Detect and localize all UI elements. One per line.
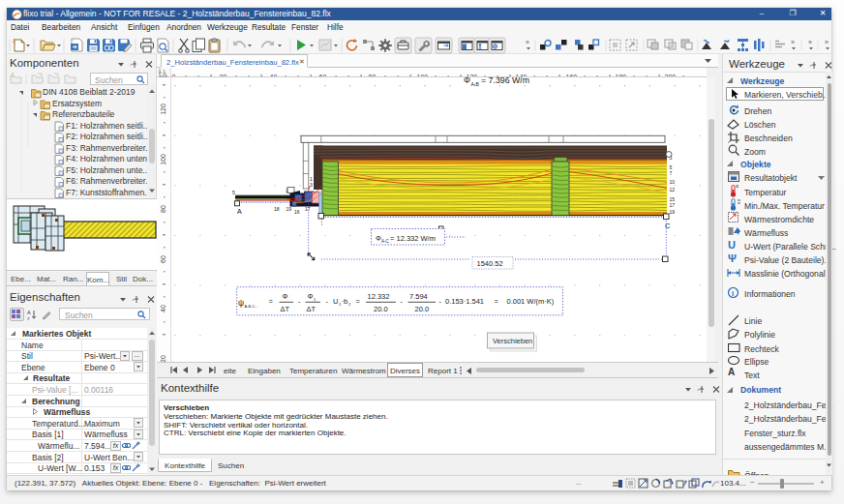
svg-text:Φ: Φ	[464, 77, 470, 85]
svg-text:U: U	[333, 297, 338, 306]
svg-text:1540.52: 1540.52	[477, 259, 503, 268]
svg-text:Φ: Φ	[308, 292, 314, 301]
svg-text:Φ: Φ	[283, 292, 288, 301]
svg-text:ΔT: ΔT	[307, 305, 316, 313]
svg-text:=: =	[495, 297, 499, 306]
svg-text:z: z	[27, 315, 30, 321]
svg-text:5: 5	[232, 190, 235, 195]
svg-text:20.0: 20.0	[374, 305, 388, 313]
svg-text:120: 120	[160, 104, 166, 115]
svg-text:=: =	[356, 297, 361, 306]
svg-text:20: 20	[160, 355, 166, 362]
svg-text:15: 15	[670, 196, 676, 202]
svg-text:=: =	[269, 297, 274, 306]
svg-text:100: 100	[160, 154, 166, 165]
svg-text:40: 40	[160, 305, 166, 312]
svg-text:»: »	[825, 39, 829, 45]
svg-text:ΔT: ΔT	[281, 305, 290, 313]
svg-text:19: 19	[286, 206, 292, 212]
svg-text:12: 12	[670, 187, 676, 193]
svg-text:A-C: A-C	[381, 239, 390, 244]
svg-text:16: 16	[294, 209, 300, 215]
svg-text:i: i	[732, 289, 734, 298]
svg-text:20.0: 20.0	[415, 305, 430, 313]
svg-text:1: 1	[286, 188, 288, 193]
svg-text:7: 7	[670, 170, 673, 176]
svg-text:»: »	[791, 39, 795, 45]
svg-text:ψ: ψ	[238, 298, 244, 308]
svg-text:17: 17	[305, 206, 311, 212]
svg-text:0.153·1.541: 0.153·1.541	[445, 297, 484, 306]
svg-text:60: 60	[160, 255, 166, 263]
svg-text:Verschieben: Verschieben	[493, 337, 532, 345]
svg-text:A: A	[237, 208, 242, 215]
svg-text:= 12.332 W/m: = 12.332 W/m	[390, 234, 436, 243]
svg-text:·b: ·b	[342, 297, 348, 306]
svg-text:A-B: A-B	[471, 81, 480, 87]
svg-text:10: 10	[670, 179, 676, 185]
svg-text:»: »	[526, 39, 529, 45]
svg-text:12.332: 12.332	[368, 292, 390, 301]
svg-text:A-B-C, -: A-B-C, -	[245, 304, 259, 309]
svg-text:0.001 W/(m·K): 0.001 W/(m·K)	[507, 297, 555, 306]
svg-text:80: 80	[160, 205, 166, 213]
svg-text:17: 17	[670, 202, 676, 208]
svg-text:18: 18	[274, 206, 280, 212]
svg-text:7.594: 7.594	[409, 292, 428, 301]
svg-text:3: 3	[310, 182, 313, 188]
svg-text:»: »	[808, 39, 812, 45]
svg-text:= 7.396 W/m: = 7.396 W/m	[481, 77, 529, 85]
svg-text:19: 19	[670, 209, 676, 215]
